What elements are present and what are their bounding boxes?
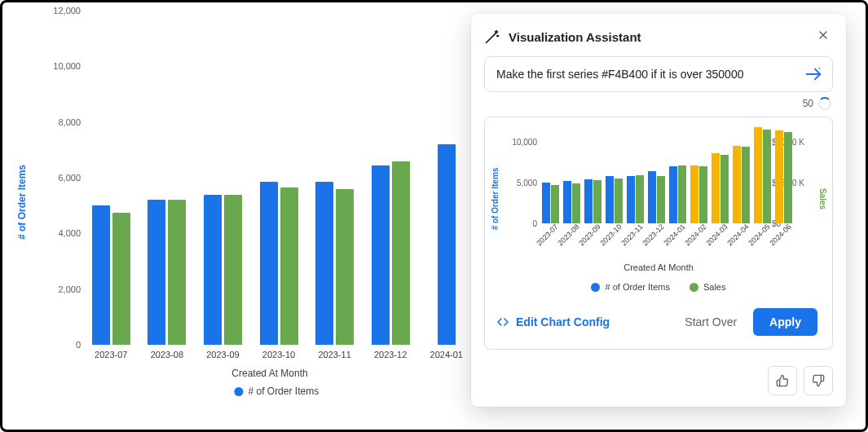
x-tick-label: 2023-12 [641,223,665,247]
bar [92,205,110,345]
x-tick-label: 2023-10 [262,350,295,359]
start-over-button[interactable]: Start Over [680,309,742,335]
apply-button[interactable]: Apply [753,308,817,336]
bar-group: 2024-06 [775,130,792,223]
code-icon [496,315,509,328]
bar-group: 2024-02 [690,165,707,223]
x-tick-label: 2024-01 [662,223,686,247]
bar-group: 2024-03 [712,153,729,223]
bar [699,166,707,223]
bar-group: 2023-10 [606,176,623,223]
bar-group: 2023-07 [542,183,559,223]
edit-chart-config-button[interactable]: Edit Chart Config [496,315,610,328]
thumbs-up-icon [776,374,789,387]
x-tick-label: 2023-08 [556,223,580,247]
chart-plot-area: 2023-072023-082023-092023-102023-112023-… [87,11,467,345]
x-tick-label: 2024-01 [430,350,463,359]
preview-y-axis-right-label: Sales [818,188,827,209]
thumbs-down-button[interactable] [804,366,833,395]
bar-group: 2023-11 [314,182,355,345]
y-axis-label: # of Order Items [16,165,28,240]
bar [627,176,635,224]
bar-group: 2023-11 [627,175,644,223]
bar [260,182,278,345]
bar [551,185,559,223]
close-icon [817,29,830,42]
preview-x-axis-label: Created At Month [623,262,694,272]
bar [657,176,665,223]
preview-chart: # of Order Items Sales 05,00010,000 $0$2… [496,126,821,300]
legend-label: # of Order Items [248,386,319,397]
bar [438,144,456,345]
prompt-counter: 50 [803,98,813,109]
x-tick-label: 2023-09 [577,223,601,247]
x-tick-label: 2023-10 [598,223,623,247]
bar [669,166,677,223]
bar [112,213,130,345]
x-tick-label: 2023-11 [619,223,644,247]
x-tick-label: 2023-12 [374,350,407,359]
x-axis-label: Created At Month [231,368,307,379]
bar [204,195,222,346]
bar-group: 2024-01 [425,144,467,345]
bar [280,187,298,345]
x-tick-label: 2023-07 [535,223,559,247]
send-icon [804,65,822,83]
bar-group: 2023-10 [258,182,300,345]
bar [636,175,644,223]
magic-wand-icon [484,29,500,45]
bar [372,165,390,345]
bar-group: 2023-09 [202,195,244,346]
legend-dot-icon [690,283,698,292]
bar [742,147,750,223]
bar [648,171,656,224]
send-button[interactable] [804,65,822,83]
bar-group: 2023-07 [90,205,132,345]
bar [720,155,729,223]
feedback-row [471,359,846,407]
bar [168,200,186,345]
bar [148,200,165,345]
legend-dot-icon [591,283,600,292]
legend-label: # of Order Items [605,282,669,292]
bar [315,182,333,345]
preview-y-ticks-left: 05,00010,000 [508,126,537,223]
bar [336,189,354,345]
spinner-icon [818,97,831,110]
bar [733,146,741,223]
panel-title: Visualization Assistant [509,30,641,44]
chart-legend: # of Order Items [234,386,319,397]
bar-group: 2023-09 [584,179,601,223]
bar-group: 2024-01 [669,165,686,223]
edit-chart-config-label: Edit Chart Config [516,315,610,328]
prompt-counter-row: 50 [471,92,846,112]
x-tick-label: 2024-05 [747,223,771,247]
svg-point-0 [818,68,820,69]
bar [584,179,593,223]
thumbs-up-button[interactable] [768,366,797,395]
bar [763,130,771,223]
preview-actions: Edit Chart Config Start Over Apply [496,300,821,337]
bar-group: 2023-08 [147,200,188,345]
x-tick-label: 2024-04 [725,223,750,247]
y-axis-ticks: 02,0004,0006,0008,00010,00012,000 [53,11,81,345]
prompt-input[interactable] [495,67,796,82]
bar [784,132,792,223]
preview-plot-area: 2023-072023-082023-092023-102023-112023-… [542,126,770,223]
bar-group: 2023-12 [648,171,665,224]
bar [572,183,580,223]
bar [775,130,783,223]
bar [542,183,550,223]
x-tick-label: 2024-03 [704,223,729,247]
preview-legend: # of Order Items Sales [496,282,821,292]
bar [606,176,614,223]
bar-group: 2023-12 [370,161,412,346]
prompt-field-wrapper [484,56,833,92]
legend-dot-icon [234,387,243,396]
x-tick-label: 2023-08 [151,350,183,359]
x-tick-label: 2023-09 [206,350,239,359]
bar [712,153,720,223]
panel-header: Visualization Assistant [471,14,846,56]
thumbs-down-icon [812,374,825,387]
close-button[interactable] [813,25,833,48]
